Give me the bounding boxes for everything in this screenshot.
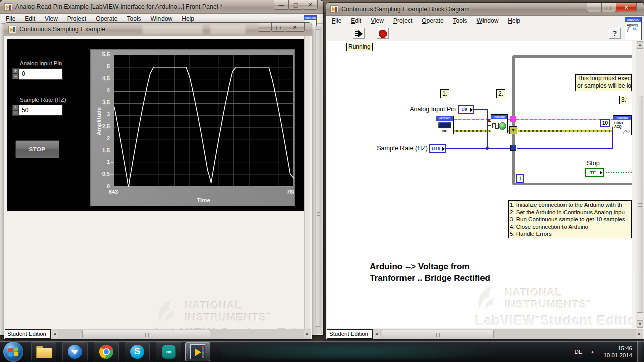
note-line: 2. Set the Arduino in Continuous Analog …	[510, 209, 631, 216]
system-tray: DE ▲ 15:46 10.01.2014	[575, 341, 644, 362]
hscroll-thumb[interactable]	[382, 330, 494, 338]
decrement-button[interactable]: −	[12, 74, 19, 79]
pink-tunnel[interactable]	[510, 116, 516, 122]
front-panel-vertical-scrollbar[interactable]	[304, 36, 310, 329]
taskbar-chrome-button[interactable]	[94, 342, 119, 361]
vi-connector-icon[interactable]: ARDUINO AnalogIn	[625, 17, 642, 40]
close-button[interactable]: ✕	[285, 23, 305, 32]
decrement-button[interactable]: −	[12, 110, 19, 116]
menu-item-file[interactable]: File	[6, 15, 15, 22]
block-diagram-canvas[interactable]: Running This loop must execuor samples w…	[327, 41, 632, 328]
menu-item-project[interactable]: Project	[67, 15, 86, 22]
y-tick-label: 4	[91, 87, 110, 93]
maximize-button[interactable]: ▢	[601, 3, 616, 12]
y-tick-label: 1	[91, 159, 110, 165]
show-desktop-button[interactable]	[637, 341, 644, 362]
front-panel-horizontal-scrollbar[interactable]: ◄ ►	[51, 329, 311, 339]
menu-item-view[interactable]: View	[371, 17, 384, 24]
wire-stub	[487, 125, 491, 126]
arduino-init-node[interactable]: ARDUINO INIT	[436, 116, 454, 134]
ni-eagle-logo	[155, 297, 185, 325]
samples-constant[interactable]: 10	[600, 119, 610, 127]
scroll-down-arrow[interactable]: ▼	[637, 320, 643, 328]
minimize-button[interactable]: —	[274, 0, 289, 10]
y-tick-mark	[111, 90, 113, 91]
waveform-svg	[114, 55, 294, 187]
menu-item-file[interactable]: File	[332, 17, 341, 24]
minimize-button[interactable]: —	[258, 23, 272, 32]
analog-input-pin-terminal-label: Analog Input Pin	[397, 106, 456, 113]
menu-item-edit[interactable]: Edit	[25, 15, 35, 22]
menu-item-operate[interactable]: Operate	[422, 17, 443, 24]
stop-button[interactable]: STOP	[15, 140, 59, 158]
minimize-button[interactable]: —	[587, 3, 602, 12]
front-panel-background: Analog Input Pin + − 0 Sample Rate (HZ) …	[7, 39, 306, 211]
menu-item-window[interactable]: Window	[151, 15, 173, 22]
start-button[interactable]	[3, 342, 23, 362]
sample-rate-field[interactable]: 50	[19, 105, 63, 116]
taskbar-skype-button[interactable]: S	[125, 342, 150, 361]
x-tick-min: 643	[109, 189, 118, 195]
context-help-button[interactable]: ?	[609, 28, 621, 39]
u8-terminal[interactable]: U8	[458, 105, 474, 114]
labview-vi-icon	[8, 26, 16, 33]
scroll-left-arrow[interactable]: ◄	[51, 330, 58, 338]
menu-item-help[interactable]: Help	[508, 17, 520, 24]
increment-button[interactable]: +	[12, 68, 19, 74]
hscroll-thumb[interactable]	[82, 330, 210, 338]
student-edition-badge: Student Edition	[327, 329, 373, 339]
run-button[interactable]	[353, 28, 365, 39]
y-tick-mark	[111, 55, 113, 55]
maximize-button[interactable]: ▢	[288, 0, 303, 10]
scroll-right-arrow[interactable]: ►	[636, 330, 643, 338]
close-button[interactable]: ✕	[616, 3, 637, 12]
tray-language-indicator[interactable]: DE	[575, 349, 583, 355]
maximize-button[interactable]: ▢	[271, 23, 285, 32]
u8-wire	[487, 109, 488, 149]
taskbar-labview-button[interactable]	[185, 342, 210, 361]
menu-item-edit[interactable]: Edit	[351, 17, 361, 24]
taskbar-arduino-button[interactable]: ∞	[156, 342, 181, 361]
u16-terminal[interactable]: U16	[429, 144, 446, 153]
scroll-up-arrow[interactable]: ▲	[637, 41, 643, 49]
y-tick-mark	[111, 162, 113, 163]
green-led-icon	[499, 122, 506, 130]
menu-item-tools[interactable]: Tools	[453, 17, 467, 24]
abort-button[interactable]	[377, 28, 389, 39]
analog-input-pin-field[interactable]: 0	[19, 68, 63, 79]
arduino-set-mode-node[interactable]: ARDUINO	[491, 114, 508, 133]
arduino-cont-acq-node[interactable]: ARDUINO CONT ACQ	[613, 115, 632, 135]
menu-item-operate[interactable]: Operate	[96, 15, 117, 22]
close-button[interactable]: ✕	[303, 0, 318, 10]
diagram-horizontal-scrollbar[interactable]: ◄ ►	[373, 329, 643, 339]
diagram-vertical-scrollbar[interactable]: ▲ ▼	[636, 41, 644, 328]
taskbar-explorer-button[interactable]	[31, 342, 56, 361]
y-tick-mark	[111, 79, 113, 79]
increment-button[interactable]: +	[12, 105, 19, 110]
y-tick-label: 0,5	[91, 171, 110, 177]
error-wire	[518, 130, 613, 132]
tray-expand-icon[interactable]: ▲	[591, 350, 595, 354]
parent-vscroll-thumb[interactable]	[316, 29, 321, 327]
y-tick-mark	[111, 187, 113, 187]
parent-menubar: FileEditViewProjectOperateToolsWindowHel…	[1, 14, 323, 24]
menu-item-project[interactable]: Project	[393, 17, 412, 24]
scroll-left-arrow[interactable]: ◄	[373, 330, 380, 338]
menu-item-view[interactable]: View	[45, 15, 58, 22]
ni-eagle-logo	[475, 284, 505, 312]
step-2-label: 2.	[496, 89, 505, 98]
menu-item-help[interactable]: Help	[182, 15, 194, 22]
front-panel-statusbar: Student Edition ◄ ►	[5, 329, 311, 339]
scroll-right-arrow[interactable]: ►	[304, 330, 311, 338]
block-diagram-window: Continuous Sampling Example Block Diagra…	[326, 3, 644, 339]
menu-item-tools[interactable]: Tools	[127, 15, 141, 22]
shift-register[interactable]: ▼	[509, 126, 517, 134]
blue-tunnel[interactable]	[510, 145, 516, 151]
menu-item-window[interactable]: Window	[477, 17, 499, 24]
stop-terminal[interactable]: TF	[585, 168, 604, 177]
block-diagram-toolbar: ?	[327, 26, 643, 40]
iteration-terminal[interactable]: i	[516, 174, 524, 183]
taskbar-thunderbird-button[interactable]	[62, 342, 88, 361]
tray-clock[interactable]: 15:46 10.01.2014	[603, 345, 632, 359]
parent-vertical-scrollbar[interactable]	[315, 26, 322, 334]
